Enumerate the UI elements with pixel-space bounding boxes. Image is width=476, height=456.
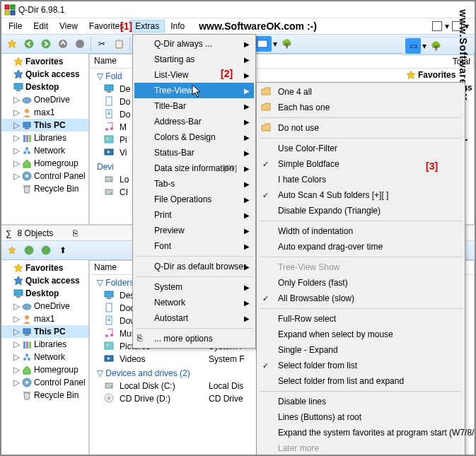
expand-icon[interactable]: ▷ [13,120,20,130]
menu-file-operations[interactable]: File Operations▶ [134,192,254,207]
expand-icon[interactable]: ▷ [13,133,20,143]
expand-icon[interactable]: ▷ [13,95,20,105]
subitem-do-not-use[interactable]: Do not use [258,120,463,136]
subitem-each-has-one[interactable]: Each has one [258,100,463,115]
menu-starting-as[interactable]: Starting as▶ [134,52,254,67]
cp-icon [21,377,33,388]
menu-preview[interactable]: Preview▶ [134,223,254,238]
fav-star-icon[interactable] [4,36,20,52]
expand-icon[interactable]: ▷ [13,314,20,324]
tree-item-favorites[interactable]: Favorites [1,55,88,68]
menu-list-view[interactable]: List-View▶ [134,67,254,83]
menu-tab-s[interactable]: Tab-s▶ [134,176,254,192]
subitem-i-hate-colors[interactable]: I hate Colors [258,172,463,187]
view-dropdown-icon[interactable]: ▾ [273,39,277,49]
tree-item-control-panel[interactable]: ▷Control Panel [1,376,88,389]
expand-icon[interactable]: ▷ [13,352,20,362]
subitem-auto-scan-4-sub-folders-[interactable]: ✓Auto Scan 4 Sub folders [+][ ] [258,187,463,203]
tree-item-this-pc[interactable]: ▷This PC [1,119,88,131]
menu-address-bar[interactable]: Address-Bar▶ [134,114,254,129]
subitem-select-folder-from-list[interactable]: ✓Select folder from list [258,358,463,373]
layout-grid-icon[interactable] [432,21,442,31]
subitem-lines-buttons-at-root[interactable]: Lines (Buttons) at root [258,409,463,425]
menu-view[interactable]: View [54,20,83,33]
tree-item-onedrive[interactable]: ▷OneDrive [1,93,88,106]
tree-item-libraries[interactable]: ▷Libraries [1,338,88,351]
tree-item-recycle-bin[interactable]: Recycle Bin [1,389,88,402]
back-button[interactable] [21,36,37,52]
status-icon[interactable]: ⎘ [73,228,78,238]
menu-data-size-information[interactable]: Data size information[F9]▶ [134,160,254,176]
subitem-disable-lines[interactable]: Disable lines [258,394,463,409]
up-button-2[interactable]: ⬆ [55,242,71,258]
menu-font[interactable]: Font▶ [134,238,254,254]
star-blue-icon [13,275,24,286]
menu--more-options[interactable]: ⎘... more options [134,331,254,346]
submenu-arrow-icon: ▶ [244,40,250,48]
refresh-button[interactable] [72,36,88,52]
tree-item-favorites[interactable]: Favorites [1,262,88,274]
menu-file[interactable]: File [3,20,28,33]
subitem-disable-expando-triangle-[interactable]: Disable Expando (Triangle) [258,203,463,218]
back-button-2[interactable] [21,242,37,258]
tree-item-onedrive[interactable]: ▷OneDrive [1,300,88,312]
expand-icon[interactable]: ▷ [13,327,20,337]
menu-system[interactable]: System▶ [134,279,254,295]
menu-info[interactable]: Info [165,20,190,33]
up-button[interactable] [55,36,71,52]
submenu-arrow-icon: ▶ [244,103,250,110]
cut-button[interactable]: ✂ [94,36,110,52]
subitem-expand-when-select-by-mouse[interactable]: Expand when select by mouse [258,327,463,342]
tree-item-recycle-bin[interactable]: Recycle Bin [1,182,88,195]
subitem-single-expand[interactable]: Single - Expand [258,342,463,358]
menu-status-bar[interactable]: Status-Bar▶ [134,145,254,160]
menu-extras[interactable]: Extras [129,20,165,33]
tree-item-homegroup[interactable]: ▷Homegroup [1,363,88,376]
submenu-arrow-icon: ▶ [244,165,250,173]
expand-icon[interactable]: ▷ [13,171,20,181]
subitem-auto-expand-drag-over-time[interactable]: Auto expand drag-over time [258,239,463,255]
menu-network[interactable]: Network▶ [134,295,254,310]
subitem-full-row-select[interactable]: Full-Row select [258,311,463,327]
menu-edit[interactable]: Edit [28,20,54,33]
tree-item-homegroup[interactable]: ▷Homegroup [1,157,88,170]
tree-item-quick-access[interactable]: Quick access [1,68,88,81]
tree-item-control-panel[interactable]: ▷Control Panel [1,170,88,182]
menu-print[interactable]: Print▶ [134,207,254,223]
subitem-width-of-indentation[interactable]: Width of indentation [258,223,463,239]
subitem-select-folder-from-list-and-ex[interactable]: Select folder from list and expand [258,373,463,389]
tree-item-desktop[interactable]: Desktop [1,287,88,300]
tree-toggle-icon[interactable]: 🌳 [279,36,294,52]
tree-item-max1[interactable]: ▷max1 [1,106,88,119]
subitem-only-folders-fast-[interactable]: Only Folders (fast) [258,275,463,291]
tree-item-network[interactable]: ▷Network [1,144,88,157]
forward-button[interactable] [38,36,54,52]
subitem-all-browsable-slow-[interactable]: ✓All Browsable (slow) [258,291,463,306]
copy-button[interactable]: 📋 [111,36,127,52]
expand-icon[interactable]: ▷ [13,339,20,349]
tree-item-quick-access[interactable]: Quick access [1,274,88,287]
fav-star-icon-2[interactable] [4,242,20,258]
forward-button-2[interactable] [38,242,54,258]
subitem-one-4-all[interactable]: One 4 all [258,84,463,100]
layout-dropdown-icon[interactable]: ▾ [445,21,449,31]
menu-colors-design[interactable]: Colors & Design▶ [134,129,254,145]
tree-item-max1[interactable]: ▷max1 [1,312,88,325]
expand-icon[interactable]: ▷ [13,301,20,311]
tree-item-desktop[interactable]: Desktop [1,81,88,93]
menu-autostart[interactable]: Autostart▶ [134,310,254,326]
expand-icon[interactable]: ▷ [13,378,20,387]
expand-icon[interactable]: ▷ [13,107,20,117]
tree-item-libraries[interactable]: ▷Libraries [1,131,88,144]
tree-item-network[interactable]: ▷Network [1,351,88,363]
view-mode-icon-r[interactable]: ▭ [405,38,421,54]
menu-q-dir-as-default-browser[interactable]: Q-Dir as default browser▶ [134,259,254,274]
expand-icon[interactable]: ▷ [13,158,20,168]
subitem-expand-the-system-favorites-at[interactable]: Expand the system favorites at program s… [258,425,463,440]
expand-icon[interactable]: ▷ [13,365,20,375]
tree-item-this-pc[interactable]: ▷This PC [1,325,88,338]
desktop-icon [13,81,24,93]
expand-icon[interactable]: ▷ [13,146,20,156]
menu-q-dir-always-[interactable]: Q-Dir always ...▶ [134,36,254,52]
subitem-use-color-filter[interactable]: Use Color-Filter [258,141,463,156]
